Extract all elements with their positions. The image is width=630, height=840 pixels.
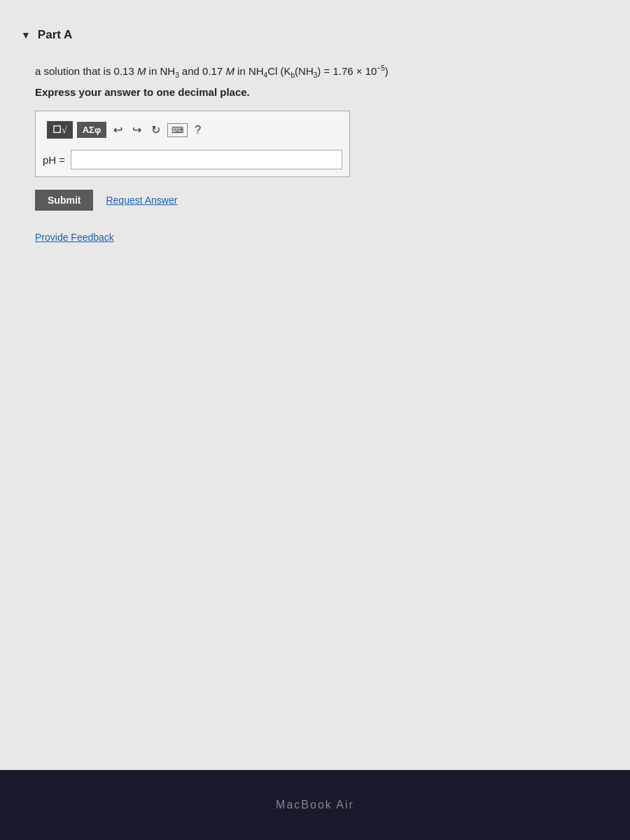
q-M1: M bbox=[137, 65, 146, 77]
refresh-button[interactable]: ↻ bbox=[148, 122, 163, 138]
ph-input[interactable] bbox=[71, 150, 342, 169]
undo-button[interactable]: ↩ bbox=[111, 122, 125, 138]
main-content: ▼ Part A a solution that is 0.13 M in NH… bbox=[0, 0, 630, 770]
greek-label: ΑΣφ bbox=[83, 125, 102, 135]
instructions-text: Express your answer to one decimal place… bbox=[35, 86, 609, 98]
help-button[interactable]: ? bbox=[192, 122, 204, 138]
q-M2: M bbox=[225, 65, 234, 77]
q-text4: in NH bbox=[234, 65, 264, 77]
request-answer-link[interactable]: Request Answer bbox=[106, 195, 177, 206]
undo-icon: ↩ bbox=[113, 124, 122, 136]
greek-symbols-button[interactable]: ΑΣφ bbox=[77, 122, 107, 138]
help-icon: ? bbox=[195, 124, 201, 136]
redo-button[interactable]: ↪ bbox=[130, 122, 144, 138]
refresh-icon: ↻ bbox=[151, 124, 160, 136]
submit-button[interactable]: Submit bbox=[35, 190, 93, 211]
math-sqrt-icon: ☐√ bbox=[52, 124, 67, 136]
question-area: a solution that is 0.13 M in NH3 and 0.1… bbox=[35, 63, 609, 243]
ph-label: pH = bbox=[43, 154, 65, 166]
part-title: Part A bbox=[38, 28, 72, 42]
ph-row: pH = bbox=[43, 150, 342, 169]
answer-box: ☐√ ΑΣφ ↩ ↪ ↻ ⌨ ? bbox=[35, 111, 350, 177]
bottom-bar-label: MacBook Air bbox=[276, 799, 354, 811]
keyboard-button[interactable]: ⌨ bbox=[167, 123, 188, 137]
q-text3: and 0.17 bbox=[179, 65, 226, 77]
q-text2: in NH bbox=[146, 65, 175, 77]
q-text5: Cl (K bbox=[267, 65, 290, 77]
math-sqrt-button[interactable]: ☐√ bbox=[47, 121, 73, 139]
q-text6: (NH bbox=[295, 65, 314, 77]
q-text1: a solution that is 0.13 bbox=[35, 65, 137, 77]
collapse-arrow-icon[interactable]: ▼ bbox=[21, 29, 31, 41]
answer-toolbar: ☐√ ΑΣφ ↩ ↪ ↻ ⌨ ? bbox=[43, 118, 342, 141]
part-header: ▼ Part A bbox=[21, 28, 609, 42]
q-text8: ) bbox=[385, 65, 388, 77]
keyboard-icon: ⌨ bbox=[172, 125, 183, 135]
q-sup-neg5: −5 bbox=[377, 64, 384, 72]
action-row: Submit Request Answer bbox=[35, 190, 609, 211]
redo-icon: ↪ bbox=[132, 124, 141, 136]
bottom-bar: MacBook Air bbox=[0, 770, 630, 840]
provide-feedback-link[interactable]: Provide Feedback bbox=[35, 232, 609, 243]
q-text7: ) = 1.76 × 10 bbox=[317, 65, 377, 77]
question-text: a solution that is 0.13 M in NH3 and 0.1… bbox=[35, 63, 609, 80]
